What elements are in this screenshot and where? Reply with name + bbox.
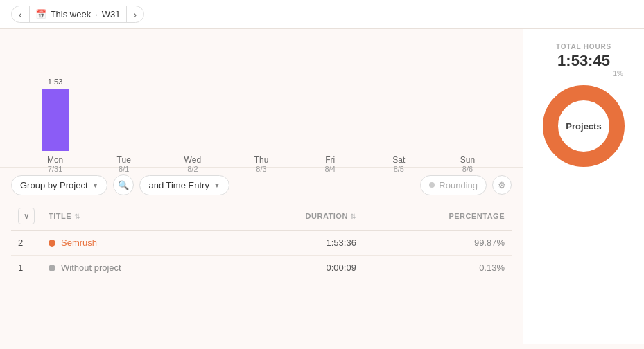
day-date: 8/6: [433, 165, 502, 173]
left-panel: 1:53 Mon7/31Tue8/1Wed8/2Thu8/3Fri8/4Sat8…: [0, 29, 523, 344]
project-dot: [49, 265, 55, 271]
day-name: Mon: [21, 155, 89, 165]
bar-column-fri: [296, 40, 365, 151]
day-name: Sat: [365, 155, 433, 165]
duration-cell: 0:00:09: [225, 256, 363, 280]
day-label-thu: Thu8/3: [227, 155, 295, 173]
day-date: 7/31: [21, 165, 89, 173]
table-row: 2 Semrush 1:53:36 99.87%: [11, 231, 512, 256]
rounding-dot: [429, 182, 435, 188]
entry-type-dropdown[interactable]: and Time Entry ▼: [139, 175, 229, 195]
calendar-icon: 📅: [35, 9, 46, 19]
day-name: Tue: [89, 155, 158, 165]
duration-sort-icon[interactable]: ⇅: [350, 213, 356, 220]
day-label-sat: Sat8/5: [365, 155, 433, 173]
group-by-arrow: ▼: [92, 181, 99, 189]
title-sort-icon[interactable]: ⇅: [74, 213, 80, 220]
settings-icon: ⚙: [498, 180, 506, 190]
search-button[interactable]: 🔍: [113, 174, 134, 195]
next-week-button[interactable]: ›: [127, 7, 144, 22]
donut-center-label: Projects: [566, 121, 601, 132]
day-name: Fri: [296, 155, 365, 165]
donut-chart: 1% Projects: [539, 81, 629, 171]
table-row: 1 Without project 0:00:09 0.13%: [11, 256, 512, 280]
entry-type-label: and Time Entry: [148, 180, 209, 190]
bar-column-sun: [433, 40, 502, 151]
week-text: This week: [51, 9, 92, 19]
th-percentage: PERCENTAGE: [363, 202, 512, 231]
bar-chart: 1:53: [14, 40, 509, 151]
total-hours-label: TOTAL HOURS: [556, 43, 611, 51]
day-label-sun: Sun8/6: [433, 155, 502, 173]
rounding-label: Rounding: [439, 180, 478, 190]
percentage-cell: 0.13%: [363, 256, 512, 280]
day-labels: Mon7/31Tue8/1Wed8/2Thu8/3Fri8/4Sat8/5Sun…: [14, 151, 509, 173]
expand-all-button[interactable]: ∨: [18, 208, 35, 224]
percentage-cell: 99.87%: [363, 231, 512, 256]
duration-value: 1:53:36: [327, 238, 356, 248]
day-label-fri: Fri8/4: [296, 155, 365, 173]
title-col-label: TITLE: [49, 212, 71, 220]
project-dot: [49, 240, 55, 247]
group-by-dropdown[interactable]: Group by Project ▼: [11, 175, 107, 195]
rounding-settings-button[interactable]: ⚙: [492, 175, 512, 195]
th-duration: DURATION ⇅: [225, 202, 363, 231]
duration-cell: 1:53:36: [225, 231, 363, 256]
day-date: 8/4: [296, 165, 365, 173]
total-hours-value: 1:53:45: [557, 52, 610, 70]
top-bar: ‹ 📅 This week · W31 ›: [0, 0, 644, 29]
th-title: TITLE ⇅: [42, 202, 225, 231]
row-number: 1: [11, 256, 42, 280]
bar-column-wed: [158, 40, 227, 151]
rounding-button[interactable]: Rounding: [420, 175, 487, 195]
week-number: W31: [102, 9, 121, 19]
bar-column-sat: [365, 40, 433, 151]
project-cell: Semrush: [42, 231, 225, 256]
project-name[interactable]: Without project: [61, 262, 121, 273]
bar: [42, 89, 69, 151]
project-cell: Without project: [42, 256, 225, 280]
duration-col-label: DURATION: [306, 212, 348, 220]
time-table: ∨ TITLE ⇅ DURATION ⇅: [11, 202, 512, 280]
day-date: 8/5: [365, 165, 433, 173]
th-expand: ∨: [11, 202, 42, 231]
search-icon: 🔍: [118, 180, 129, 190]
day-label-tue: Tue8/1: [89, 155, 158, 173]
day-name: Thu: [227, 155, 295, 165]
week-num: ·: [95, 9, 98, 19]
week-label: 📅 This week · W31: [29, 6, 127, 22]
row-number: 2: [11, 231, 42, 256]
prev-week-button[interactable]: ‹: [12, 7, 29, 22]
bar-column-tue: [89, 40, 158, 151]
bar-column-mon: 1:53: [21, 40, 89, 151]
percentage-value: 99.87%: [474, 238, 505, 248]
day-date: 8/1: [89, 165, 158, 173]
day-name: Sun: [433, 155, 502, 165]
percentage-col-label: PERCENTAGE: [449, 212, 505, 220]
main-content: 1:53 Mon7/31Tue8/1Wed8/2Thu8/3Fri8/4Sat8…: [0, 29, 644, 344]
bar-column-thu: [227, 40, 295, 151]
day-name: Wed: [158, 155, 227, 165]
week-navigator: ‹ 📅 This week · W31 ›: [11, 6, 144, 23]
project-name[interactable]: Semrush: [61, 238, 97, 248]
group-by-label: Group by Project: [20, 180, 88, 190]
bar-chart-area: 1:53 Mon7/31Tue8/1Wed8/2Thu8/3Fri8/4Sat8…: [0, 29, 523, 168]
entry-type-arrow: ▼: [214, 181, 220, 189]
table-container: ∨ TITLE ⇅ DURATION ⇅: [0, 202, 523, 344]
day-date: 8/2: [158, 165, 227, 173]
bar-value-label: 1:53: [48, 78, 62, 86]
table-header-row: ∨ TITLE ⇅ DURATION ⇅: [11, 202, 512, 231]
day-date: 8/3: [227, 165, 295, 173]
small-percentage: 1%: [613, 70, 623, 78]
percentage-value: 0.13%: [479, 262, 505, 273]
day-label-mon: Mon7/31: [21, 155, 89, 173]
duration-value: 0:00:09: [327, 262, 356, 273]
right-panel: TOTAL HOURS 1:53:45 1% Projects: [523, 29, 644, 344]
day-label-wed: Wed8/2: [158, 155, 227, 173]
